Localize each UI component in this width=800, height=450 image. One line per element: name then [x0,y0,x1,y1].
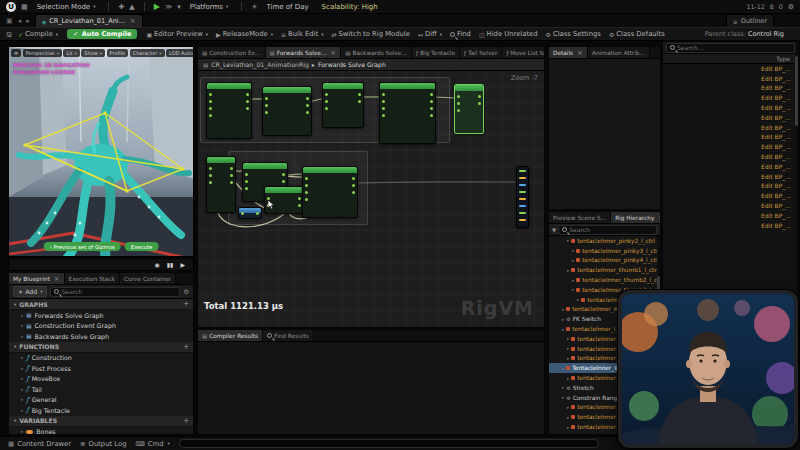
output-pin[interactable] [430,93,433,96]
breadcrumb-root[interactable]: CR_Leviathan_01_AnimationRig [211,61,309,68]
tab-curve-container[interactable]: Curve Container [120,273,176,284]
output-pin[interactable] [478,95,481,98]
graph-node[interactable] [454,84,484,134]
tab-animation-attrib-[interactable]: Animation Attrib... [588,47,650,58]
graph-node[interactable] [206,156,236,213]
tab-my-blueprint[interactable]: My Blueprint× [9,273,65,284]
graph-node[interactable] [302,166,358,218]
toolbar-releasemode[interactable]: ▶ReleaseMode▾ [212,29,277,39]
asset-tab-cr-leviathan[interactable]: ◈ CR_Leviathan_01_Ani... × [35,14,143,27]
output-pin[interactable] [246,100,249,103]
input-pin[interactable] [305,184,308,187]
tab-backwards-solve-[interactable]: ▤Backwards Solve... [341,47,412,58]
input-pin[interactable] [457,109,460,112]
output-pin[interactable] [230,167,233,170]
add-graphs-icon[interactable]: + [183,300,189,308]
tab-move-list-to-me-[interactable]: ƒMove List to Me... [502,47,544,58]
filter-icon[interactable]: ▼ [552,227,556,233]
outliner-row[interactable]: Edit BP_... [663,103,798,113]
output-pin[interactable] [246,93,249,96]
edit-blueprint-link[interactable]: Edit BP_... [761,153,791,160]
blueprint-searchbox[interactable] [50,287,180,297]
output-pin[interactable] [306,104,309,107]
input-pin[interactable] [305,177,308,180]
input-pin[interactable] [457,102,460,105]
record-button[interactable]: ◉ [155,261,160,268]
output-pin[interactable] [430,100,433,103]
input-pin[interactable] [382,93,385,96]
viewport-menu-icon[interactable]: ≡ [11,49,21,57]
output-pin[interactable] [282,180,285,183]
blueprint-item-construction[interactable]: ▸ƒConstruction [9,353,193,364]
time-of-day-button[interactable]: Time of Day [262,2,312,12]
add-variables-icon[interactable]: + [183,417,189,425]
blueprint-item-general[interactable]: ▸ƒGeneral [9,395,193,406]
outliner-row[interactable]: Edit BP_... [663,211,798,221]
graph-node[interactable] [516,166,529,228]
output-pin[interactable] [430,114,433,117]
output-pin[interactable] [478,102,481,105]
skip-button[interactable]: ≫ [165,3,172,11]
forward-icon[interactable]: ▸ [26,17,30,25]
tab-tail-solver[interactable]: ƒTail Solver [460,47,502,58]
hierarchy-item[interactable]: ▸tentacleInner_pinky2_l_ctrl [549,236,657,246]
output-pin[interactable] [430,107,433,110]
section-header-graphs[interactable]: ▾GRAPHS+ [9,299,193,310]
hierarchy-search-input[interactable] [569,226,653,233]
tab-forwards-solve-[interactable]: ▤Forwards Solve...× [266,47,342,58]
edit-blueprint-link[interactable]: Edit BP_... [761,75,791,82]
input-pin[interactable] [245,187,248,190]
content-drawer-button[interactable]: ▦ Content Drawer [8,440,71,448]
pause-button[interactable]: ▮▮ [167,261,174,268]
outliner-row[interactable]: Edit BP_... [663,74,798,84]
output-pin[interactable] [358,93,361,96]
outliner-column-header[interactable]: Type [663,54,798,64]
outliner-row[interactable]: Edit BP_... [663,162,798,172]
outliner-row[interactable]: Edit BP_... [663,152,798,162]
input-pin[interactable] [457,95,460,98]
edit-blueprint-link[interactable]: Edit BP_... [761,182,791,189]
edit-blueprint-link[interactable]: Edit BP_... [761,192,791,199]
outliner-tab[interactable]: ≡ Outliner [726,14,774,27]
output-pin[interactable] [306,111,309,114]
output-pin[interactable] [358,100,361,103]
input-pin[interactable] [325,107,328,110]
settings-gear-icon[interactable]: ⚙ [183,288,189,296]
outliner-row[interactable]: Edit BP_... [663,123,798,133]
input-pin[interactable] [305,198,308,201]
input-pin[interactable] [209,167,212,170]
previous-gizmos-button[interactable]: ‹ Previous set of Gizmos [44,242,121,251]
outliner-row[interactable]: Edit BP_... [663,84,798,94]
selection-mode-dropdown[interactable]: Selection Mode▾ [33,2,100,12]
viewport-panel[interactable]: ≡ Perspective▾Lit▾Show▾ProfileCharacter▾… [8,46,194,257]
input-pin[interactable] [209,100,212,103]
output-pin[interactable] [306,97,309,100]
edit-blueprint-link[interactable]: Edit BP_... [761,84,791,91]
outliner-row[interactable]: Edit BP_... [663,133,798,143]
hierarchy-item[interactable]: ▸tentacleInner_pinky3_l_ctrl [549,246,657,256]
tab-details[interactable]: Details× [549,47,588,58]
output-pin[interactable] [246,107,249,110]
input-pin[interactable] [209,107,212,110]
output-pin[interactable] [352,191,355,194]
breadcrumb-leaf[interactable]: Forwards Solve Graph [318,61,386,68]
input-pin[interactable] [305,191,308,194]
blueprint-search-input[interactable] [61,288,176,295]
toolbar-bulk-edit[interactable]: ≡Bulk Edit▾ [277,29,327,39]
blueprint-item-post-process[interactable]: ▸ƒPost Process [9,363,193,374]
close-tab-icon[interactable]: × [577,49,583,57]
save-icon[interactable]: 🖫 [6,31,12,38]
output-pin[interactable] [352,177,355,180]
outliner-row[interactable]: Edit BP_... [663,221,798,231]
viewport-show-menu[interactable]: Show▾ [81,49,105,57]
close-tab-icon[interactable]: × [330,49,336,57]
hierarchy-item[interactable]: ▸tentacleInner_thumb2_l_ctrl [549,275,657,285]
input-pin[interactable] [245,180,248,183]
output-pin[interactable] [352,184,355,187]
add-button[interactable]: + Add▾ [13,286,47,297]
graph-node[interactable] [262,86,312,136]
blueprint-item-forwards-solve-graph[interactable]: ▸▤Forwards Solve Graph [9,310,193,321]
blueprint-item-big-tentacle[interactable]: ▸ƒBig Tentacle [9,405,193,416]
edit-blueprint-link[interactable]: Edit BP_... [761,143,791,150]
graph-node[interactable] [238,207,262,219]
